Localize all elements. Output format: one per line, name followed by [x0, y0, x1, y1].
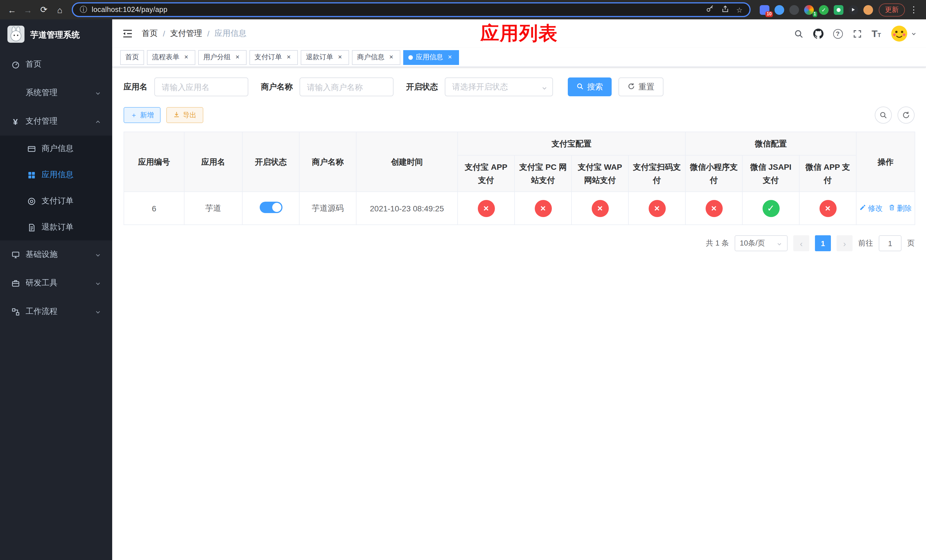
column-header: 开启状态 [242, 132, 299, 192]
prev-page-button[interactable]: ‹ [793, 235, 809, 251]
sidebar-logo[interactable]: 芋道管理系统 [0, 20, 112, 50]
chevron-down-icon [95, 251, 101, 258]
cell-merchant: 芋道源码 [299, 192, 356, 225]
sidebar-item-merchant-info[interactable]: 商户信息 [0, 136, 112, 162]
user-menu[interactable] [891, 25, 917, 42]
extension-icon[interactable]: 1 [804, 5, 814, 15]
bookmark-star-icon[interactable]: ☆ [736, 5, 743, 14]
key-icon[interactable] [706, 5, 714, 15]
column-header: 微信 JSAPI 支付 [742, 156, 799, 192]
tag-refund-order[interactable]: 退款订单× [301, 50, 349, 65]
browser-menu-icon[interactable]: ⋮ [906, 5, 921, 15]
extension-icon[interactable] [863, 5, 873, 15]
close-icon[interactable]: × [446, 53, 454, 61]
address-bar[interactable]: ⓘ localhost:1024/pay/app ☆ [72, 2, 750, 17]
sidebar-item-workflow[interactable]: 工作流程 [0, 297, 112, 326]
close-icon[interactable]: × [285, 53, 293, 61]
navbar-actions: ? TT [794, 25, 917, 42]
home-icon[interactable]: ⌂ [52, 2, 67, 17]
reset-button[interactable]: 重置 [619, 77, 663, 96]
sidebar-item-label: 退款订单 [42, 222, 73, 232]
page-root: ← → ⟳ ⌂ ⓘ localhost:1024/pay/app ☆ 10 1 … [0, 0, 926, 560]
breadcrumb-separator: / [207, 29, 210, 38]
app-name-input[interactable] [154, 77, 248, 96]
reload-icon[interactable]: ⟳ [36, 2, 51, 17]
forward-icon[interactable]: → [21, 2, 35, 17]
sidebar-item-label: 工作流程 [26, 306, 57, 317]
sidebar-item-app-info[interactable]: 应用信息 [0, 162, 112, 188]
group-header-alipay: 支付宝配置 [458, 132, 685, 156]
edit-button[interactable]: 修改 [859, 203, 883, 213]
goto-page-input[interactable] [879, 235, 902, 251]
omnibox-icons: ☆ [706, 5, 743, 15]
github-icon[interactable] [813, 29, 823, 39]
tag-merchant-info[interactable]: 商户信息× [352, 50, 400, 65]
help-icon[interactable]: ? [833, 29, 843, 38]
breadcrumb-item[interactable]: 支付管理 [170, 29, 202, 39]
sidebar-fold-icon[interactable] [121, 27, 134, 40]
cell-wechat-mini: × [685, 192, 742, 225]
refresh-table-button[interactable] [897, 106, 915, 124]
chevron-down-icon [776, 240, 782, 247]
url-text[interactable]: localhost:1024/pay/app [92, 6, 701, 14]
table-row: 6 芋道 芋道源码 2021-10-23 08:49:25 × × × × × … [124, 192, 915, 225]
column-header: 支付宝扫码支付 [628, 156, 685, 192]
tag-user-group[interactable]: 用户分组× [198, 50, 247, 65]
chevron-down-icon [95, 308, 101, 315]
tag-process-form[interactable]: 流程表单× [147, 50, 195, 65]
toolbar-right [875, 106, 915, 124]
sidebar-item-devtools[interactable]: 研发工具 [0, 269, 112, 297]
toggle-search-button[interactable] [875, 106, 892, 124]
monitor-icon [11, 250, 20, 259]
chevron-down-icon [95, 280, 101, 286]
page-size-select[interactable]: 10条/页 [735, 235, 788, 251]
tag-pay-order[interactable]: 支付订单× [250, 50, 298, 65]
sidebar-item-label: 支付订单 [42, 196, 73, 206]
extension-icon[interactable] [849, 5, 858, 15]
sidebar-item-refund-order[interactable]: 退款订单 [0, 214, 112, 241]
tag-home[interactable]: 首页 [120, 50, 144, 65]
search-button[interactable]: 搜索 [568, 77, 612, 96]
breadcrumb-item[interactable]: 首页 [142, 29, 158, 39]
extension-icon[interactable] [789, 5, 799, 15]
close-icon[interactable]: × [387, 53, 395, 61]
table-toolbar: ＋ 新增 导出 [124, 106, 915, 124]
close-icon[interactable]: × [336, 53, 344, 61]
filter-form: 应用名 商户名称 开启状态 请选择开启状态 搜索 重置 [124, 77, 915, 96]
share-icon[interactable] [721, 5, 729, 15]
sidebar-item-payment[interactable]: ¥ 支付管理 [0, 107, 112, 136]
sidebar-item-home[interactable]: 首页 [0, 50, 112, 79]
close-icon[interactable]: × [182, 53, 190, 61]
font-size-icon[interactable]: TT [872, 29, 881, 38]
close-icon[interactable]: × [233, 53, 242, 61]
status-toggle[interactable] [259, 202, 282, 213]
next-page-button[interactable]: › [837, 235, 853, 251]
tag-app-info[interactable]: 应用信息× [403, 50, 459, 65]
site-info-icon[interactable]: ⓘ [80, 5, 87, 15]
app-frame: 芋道管理系统 首页 系统管理 ¥ 支付管理 商户信息 [0, 20, 926, 560]
group-header-wechat: 微信配置 [685, 132, 856, 156]
export-button[interactable]: 导出 [166, 107, 203, 123]
logo-title: 芋道管理系统 [30, 29, 80, 40]
sidebar-item-infra[interactable]: 基础设施 [0, 241, 112, 269]
sidebar-item-pay-order[interactable]: 支付订单 [0, 188, 112, 214]
column-header: 操作 [856, 132, 915, 192]
grid-icon [27, 170, 36, 179]
back-icon[interactable]: ← [5, 2, 20, 17]
extension-icon[interactable]: 10 [760, 5, 769, 15]
extension-icon[interactable] [834, 5, 843, 15]
sidebar-item-system[interactable]: 系统管理 [0, 79, 112, 107]
browser-update-button[interactable]: 更新 [879, 3, 905, 16]
content: 应用名 商户名称 开启状态 请选择开启状态 搜索 重置 [112, 67, 926, 560]
add-button[interactable]: ＋ 新增 [124, 107, 160, 123]
extension-icon[interactable]: ✓ [819, 5, 829, 15]
current-page-button[interactable]: 1 [815, 235, 831, 251]
merchant-name-input[interactable] [300, 77, 393, 96]
status-select[interactable]: 请选择开启状态 [445, 77, 553, 96]
fullscreen-icon[interactable] [852, 29, 862, 38]
sidebar-item-label: 支付管理 [26, 116, 57, 127]
search-icon[interactable] [794, 29, 803, 38]
status-label: 开启状态 [406, 82, 438, 92]
delete-button[interactable]: 删除 [888, 203, 912, 213]
extension-icon[interactable] [775, 5, 784, 15]
